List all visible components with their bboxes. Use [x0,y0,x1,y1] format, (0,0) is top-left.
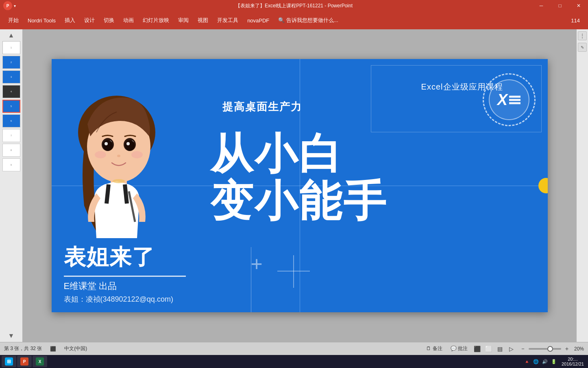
tray-icon-1[interactable]: 🔺 [523,358,531,365]
slide-main-title: 从小白 变小能手 [210,130,388,224]
brand-title: 表姐来了 [64,243,186,277]
app-logo: P ▾ [3,1,16,10]
status-bar: 第 3 张，共 32 张 ⬛ 中文(中国) 🗒 备注 💬 批注 ⬛ ⬜ ▤ ▷ … [0,342,588,355]
scroll-down-button[interactable]: ▼ [0,332,22,340]
zoom-slider[interactable] [529,348,561,350]
close-button[interactable]: ✕ [569,0,588,11]
excel-bar-2 [509,99,520,101]
taskbar-time-display: 20:... [562,357,584,361]
menu-transition[interactable]: 切换 [100,15,118,26]
thumbnail-panel: ▲ 1 2 3 4 5 6 7 8 9 ▼ [0,29,22,342]
slide-thumbnail-5[interactable]: 5 [2,100,20,113]
deco-cross-v [293,255,294,288]
svg-point-11 [117,155,120,157]
menu-novapdf[interactable]: novaPDF [243,16,273,25]
zoom-level: 114 [571,18,584,24]
slide-subtitle: Excel企业级应用课程 [421,81,503,92]
main-title-line2: 变小能手 [210,177,388,225]
excel-taskbar-icon: X [36,357,44,366]
taskbar-clock: 20:... 2016/12/21 [559,357,586,366]
zoom-in-icon[interactable]: ＋ [563,345,571,353]
tray-icon-2[interactable]: 🌐 [532,358,540,365]
excel-bar-1 [509,96,520,98]
slide-thumbnail-4[interactable]: 4 [2,85,20,98]
right-panel-item-1[interactable]: ⋮ [578,31,587,40]
svg-point-7 [103,140,113,151]
slide-thumbnail-8[interactable]: 8 [2,144,20,157]
menu-slideshow[interactable]: 幻灯片放映 [139,15,173,26]
scroll-up-button[interactable]: ▲ [0,31,22,39]
right-panel-item-2[interactable]: ✎ [578,43,587,52]
outline-view-icon[interactable]: ⬜ [485,345,493,353]
menu-bar: 开始 Nordri Tools 插入 设计 切换 动画 幻灯片放映 审阅 视图 … [0,11,588,29]
character-svg [64,83,170,254]
menu-insert[interactable]: 插入 [61,15,79,26]
slide-count: 第 3 张，共 32 张 [4,345,42,352]
slide-thumbnail-3[interactable]: 3 [2,70,20,83]
slideshow-icon[interactable]: ▷ [507,345,516,353]
taskbar-right: 🔺 🌐 🔊 🔋 20:... 2016/12/21 [523,357,586,366]
window-title: 【表姐来了】Excel线上课程PPT-161221 - PowerPoint [235,2,353,9]
language-icon: ⬛ [50,346,56,352]
main-area: ▲ 1 2 3 4 5 6 7 8 9 ▼ X [0,29,588,342]
deco-cross [251,252,263,276]
zoom-slider-area: － ＋ [519,345,571,353]
right-panel: ⋮ ✎ [577,29,588,342]
excel-taskbar-btn[interactable]: X [33,356,47,367]
powerpoint-taskbar-btn[interactable]: P [17,356,32,367]
excel-x-letter: X [497,91,507,109]
menu-arrow: ▾ [14,4,16,8]
svg-point-14 [113,179,125,183]
zoom-percent: 20% [574,346,584,352]
svg-point-9 [105,142,108,145]
normal-view-icon[interactable]: ⬛ [473,345,481,353]
zoom-thumb [547,346,553,352]
svg-point-13 [131,151,143,158]
statusbar-right: 🗒 备注 💬 批注 ⬛ ⬜ ▤ ▷ － ＋ 20% [424,344,584,353]
slide-tagline: 提高桌面生产力 [222,100,302,114]
taskbar: ⊞ P X 🔺 🌐 🔊 🔋 20:... 2016/12/21 [0,355,588,368]
zoom-out-icon[interactable]: － [519,345,527,353]
minimize-button[interactable]: ─ [532,0,551,11]
slide-thumbnail-7[interactable]: 7 [2,129,20,142]
language-label: 中文(中国) [64,345,87,352]
title-bar: P ▾ 【表姐来了】Excel线上课程PPT-161221 - PowerPoi… [0,0,588,11]
svg-point-12 [95,151,106,158]
slide-canvas-area[interactable]: X Excel企业级应用课程 提高桌面生产力 从小白 变小能手 [22,29,577,342]
yellow-circle-decoration [538,178,548,193]
brand-producer: E维课堂 出品 [64,280,186,292]
notes-button[interactable]: 🗒 备注 [424,344,444,353]
menu-search[interactable]: 🔍 告诉我您想要做什么... [274,15,342,26]
menu-developer[interactable]: 开发工具 [213,15,242,26]
slide-thumbnail-2[interactable]: 2 [2,56,20,69]
tray-icon-battery[interactable]: 🔋 [550,358,558,365]
menu-view[interactable]: 视图 [194,15,212,26]
powerpoint-icon: P [3,1,12,10]
brand-contact: 表姐：凌祯(348902122@qq.com) [64,294,186,304]
menu-start[interactable]: 开始 [4,15,23,26]
slide-thumbnail-9[interactable]: 9 [2,158,20,171]
svg-point-8 [125,140,135,151]
reading-view-icon[interactable]: ▤ [496,345,504,353]
menu-nordri[interactable]: Nordri Tools [24,16,60,25]
menu-animation[interactable]: 动画 [119,15,138,26]
excel-icon: X [497,91,520,109]
windows-start-icon: ⊞ [5,357,13,366]
menu-review[interactable]: 审阅 [174,15,193,26]
excel-bars [509,96,520,104]
menu-design[interactable]: 设计 [80,15,99,26]
excel-bar-3 [509,102,520,104]
slide-thumbnail-6[interactable]: 6 [2,114,20,127]
main-title-line1: 从小白 [210,130,388,177]
bottom-left-content: 表姐来了 E维课堂 出品 表姐：凌祯(348902122@qq.com) [64,243,186,304]
tray-icon-3[interactable]: 🔊 [541,358,549,365]
maximize-button[interactable]: □ [551,0,569,11]
window-controls: ─ □ ✕ [532,0,588,11]
slide-content: X Excel企业级应用课程 提高桌面生产力 从小白 变小能手 [52,59,548,312]
svg-point-10 [126,142,130,145]
comments-button[interactable]: 💬 批注 [448,344,470,353]
slide-thumbnail-1[interactable]: 1 [2,41,20,54]
start-button[interactable]: ⊞ [2,356,16,367]
taskbar-date-display: 2016/12/21 [562,361,584,366]
powerpoint-taskbar-icon: P [20,357,28,366]
